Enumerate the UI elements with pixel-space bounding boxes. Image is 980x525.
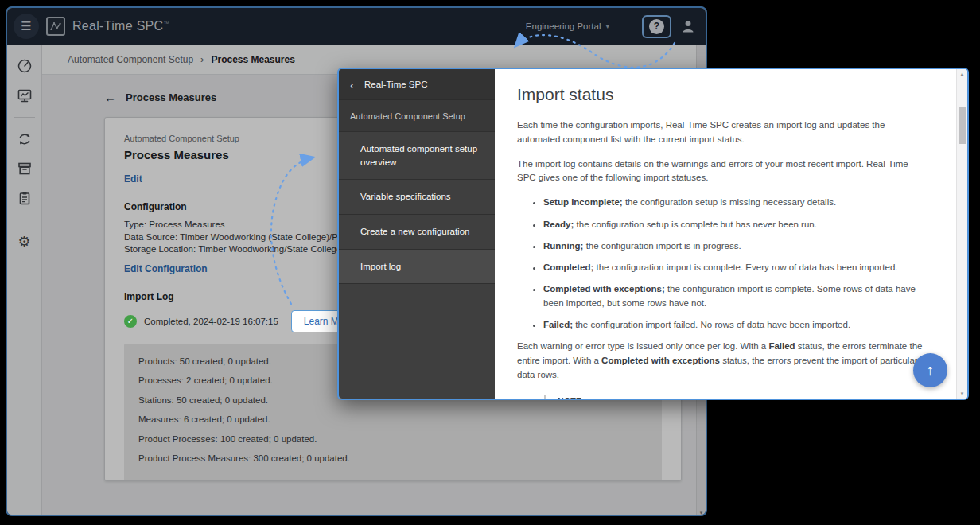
list-item: Setup Incomplete; the configuration setu… (543, 196, 928, 209)
help-nav-item-import-log[interactable]: Import log (339, 249, 495, 284)
help-paragraph: The import log contains details on the w… (517, 158, 928, 186)
help-nav-back[interactable]: ‹ Real-Time SPC (339, 69, 495, 99)
help-nav-item-create-configuration[interactable]: Create a new configuration (339, 214, 495, 249)
screen: ☰ Real-Time SPC™ Engineering Portal ▾ ? (0, 0, 980, 525)
help-paragraph: Each warning or error type is issued onl… (517, 340, 928, 382)
success-check-icon: ✓ (124, 315, 137, 328)
help-nav-back-label: Real-Time SPC (364, 80, 427, 89)
list-item: Completed; the configuration import is c… (543, 261, 928, 274)
scrollbar-thumb[interactable] (959, 107, 966, 144)
help-nav-section-label: Automated Component Setup (339, 99, 495, 131)
import-status-list: Setup Incomplete; the configuration setu… (517, 196, 928, 332)
help-panel: ‹ Real-Time SPC Automated Component Setu… (337, 68, 969, 400)
help-panel-scrollbar[interactable]: ▴ ▾ (956, 69, 967, 399)
scroll-down-icon[interactable]: ▾ (957, 391, 967, 397)
help-nav-item-overview[interactable]: Automated component setup overview (339, 131, 495, 179)
help-content: Import status Each time the configuratio… (495, 69, 967, 399)
help-nav-item-variable-specifications[interactable]: Variable specifications (339, 179, 495, 214)
help-title: Import status (517, 85, 928, 104)
chevron-left-icon: ‹ (350, 79, 354, 91)
help-panel-nav: ‹ Real-Time SPC Automated Component Setu… (339, 69, 495, 399)
list-item: Ready; the configuration setup is comple… (543, 218, 928, 231)
list-item: Completed with exceptions; the configura… (543, 282, 928, 310)
list-item: Failed; the configuration import failed.… (543, 318, 928, 332)
scroll-up-icon[interactable]: ▴ (957, 71, 967, 77)
help-nav-filler (339, 283, 495, 399)
up-arrow-icon: ↑ (927, 362, 935, 379)
scroll-to-top-button[interactable]: ↑ (913, 353, 947, 387)
note-label: NOTE (558, 396, 928, 399)
list-item: Running; the configuration import is in … (543, 239, 928, 253)
note-block: NOTE If the import is successful, the im… (544, 395, 928, 399)
help-paragraph: Each time the configuration imports, Rea… (517, 119, 928, 147)
